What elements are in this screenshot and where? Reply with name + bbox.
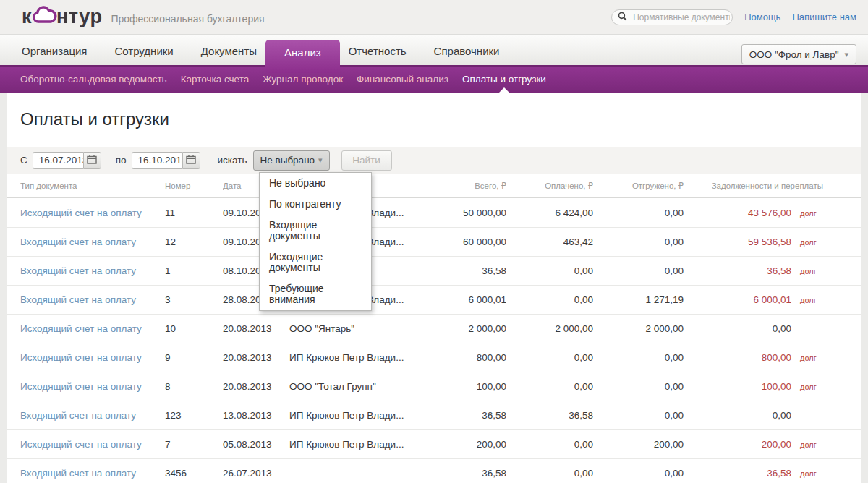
nav-tab-2[interactable]: Документы [201, 35, 257, 65]
debt-badge: долг [791, 267, 823, 275]
date-from-input[interactable] [33, 152, 83, 169]
cell-paid: 0,00 [506, 265, 593, 276]
help-link[interactable]: Помощь [744, 12, 780, 22]
calendar-button[interactable] [182, 152, 200, 169]
cell-number: 3456 [165, 468, 223, 479]
column-header-0: Тип документа [20, 181, 165, 190]
cell-date: 20.08.2013 [223, 352, 289, 363]
table-row: Исходящий счет на оплату920.08.2013ИП Кр… [7, 343, 861, 372]
debt-badge: долг [791, 469, 823, 478]
subnav-item-3[interactable]: Финансовый анализ [357, 67, 448, 93]
nav-tab-0[interactable]: Организация [22, 35, 87, 65]
calendar-icon [186, 154, 196, 167]
document-type-link[interactable]: Входящий счет на оплату [20, 294, 136, 305]
content-area: Оплаты и отгрузки С по [7, 93, 861, 483]
cell-shipped: 0,00 [593, 236, 684, 247]
cell-total: 800,00 [427, 352, 506, 363]
cell-counterparty: ООО "Тотал Групп" [289, 381, 427, 392]
table-body: Исходящий счет на оплату1109.10.2013ИП К… [7, 198, 861, 483]
cell-date: 13.08.2013 [223, 410, 289, 421]
cell-shipped: 0,00 [593, 208, 684, 218]
subnav-item-1[interactable]: Карточка счета [181, 67, 250, 93]
table-row: Входящий счет на оплату12313.08.2013ИП К… [7, 401, 861, 429]
debt-badge: долг [791, 238, 823, 247]
dropdown-option-0[interactable]: Не выбрано [260, 173, 371, 194]
cell-total: 6 000,01 [427, 294, 506, 305]
debt-badge: долг [791, 382, 823, 391]
cell-debt: 36,58долг [684, 468, 848, 479]
contact-us-link[interactable]: Напишите нам [792, 12, 856, 22]
filter-bar: С по [7, 147, 861, 174]
search-mode-dropdown-button[interactable]: Не выбрано ▾ [253, 150, 330, 171]
cell-total: 36,58 [427, 265, 506, 276]
table-header-row: Тип документаНомерДатаВсего, ₽Оплачено, … [7, 174, 861, 198]
debt-value: 36,58 [767, 265, 791, 276]
debt-badge: долг [791, 440, 823, 449]
cell-shipped: 200,00 [593, 439, 684, 450]
subnav-item-4[interactable]: Оплаты и отгрузки [462, 67, 546, 93]
document-type-link[interactable]: Исходящий счет на оплату [20, 439, 142, 450]
dropdown-option-2[interactable]: Входящие документы [260, 215, 371, 247]
cell-number: 1 [165, 265, 223, 276]
cell-number: 9 [165, 352, 223, 363]
cell-paid: 2 000,00 [506, 323, 593, 334]
cell-total: 36,58 [427, 410, 506, 421]
table-row: Исходящий счет на оплату705.08.2013ИП Кр… [7, 429, 861, 458]
cell-total: 2 000,00 [427, 323, 506, 334]
document-type-link[interactable]: Исходящий счет на оплату [20, 208, 142, 218]
debt-value: 36,58 [767, 468, 791, 479]
nav-tab-4[interactable]: Отчетность [349, 35, 407, 65]
caret-down-icon: ▾ [844, 50, 848, 59]
kontur-logo: к нтур [22, 4, 102, 30]
debt-value: 200,00 [762, 439, 791, 450]
cell-date: 20.08.2013 [223, 381, 289, 392]
debt-badge: долг [791, 296, 823, 304]
document-type-link[interactable]: Исходящий счет на оплату [20, 323, 142, 334]
document-type-link[interactable]: Входящий счет на оплату [20, 410, 136, 421]
document-type-link[interactable]: Исходящий счет на оплату [20, 352, 142, 363]
column-header-6: Отгружено, ₽ [593, 181, 684, 191]
cell-shipped: 1 271,19 [593, 294, 684, 305]
document-type-link[interactable]: Входящий счет на оплату [20, 236, 136, 247]
logo-text-prefix: к [22, 6, 32, 28]
caret-down-icon: ▾ [318, 155, 323, 165]
cell-number: 7 [165, 439, 223, 450]
document-type-link[interactable]: Исходящий счет на оплату [20, 381, 142, 392]
cell-number: 10 [165, 323, 223, 334]
cell-counterparty: ООО "Янтарь" [289, 323, 427, 334]
app-window: к нтур Профессиональная бухгалтерия Помо… [0, 0, 868, 483]
find-button[interactable]: Найти [341, 150, 392, 171]
document-type-link[interactable]: Входящий счет на оплату [20, 468, 136, 479]
subnav-item-0[interactable]: Оборотно-сальдовая ведомость [20, 67, 167, 93]
nav-tab-1[interactable]: Сотрудники [114, 35, 173, 65]
cell-total: 36,58 [427, 468, 506, 479]
table-row: Входящий счет на оплату108.10.201336,580… [7, 256, 861, 285]
cell-document-type: Исходящий счет на оплату [20, 439, 165, 450]
date-to-input[interactable] [132, 152, 182, 169]
cell-date: 20.08.2013 [223, 323, 289, 334]
cell-total: 50 000,00 [427, 208, 506, 218]
dropdown-option-1[interactable]: По контрагенту [260, 194, 371, 215]
cell-debt: 100,00долг [684, 381, 848, 392]
cell-document-type: Исходящий счет на оплату [20, 381, 165, 392]
cell-counterparty: ИП Крюков Петр Влади... [289, 439, 427, 450]
dropdown-selected-value: Не выбрано [260, 155, 315, 166]
nav-tab-5[interactable]: Справочники [434, 35, 500, 65]
calendar-button[interactable] [83, 152, 101, 169]
dropdown-option-4[interactable]: Требующие внимания [260, 278, 371, 310]
main-nav: ОрганизацияСотрудникиДокументыАнализОтче… [0, 34, 868, 65]
debt-badge: долг [791, 354, 823, 362]
cell-debt: 800,00долг [684, 352, 848, 363]
normative-docs-search[interactable] [611, 9, 733, 25]
company-selector[interactable]: ООО "Фрол и Лавр" ▾ [741, 44, 856, 64]
sub-nav: Оборотно-сальдовая ведомостьКарточка сче… [0, 65, 868, 93]
dropdown-option-3[interactable]: Исходящие документы [260, 247, 371, 278]
debt-badge: долг [791, 209, 823, 218]
calendar-icon [87, 154, 97, 167]
column-header-5: Оплачено, ₽ [506, 181, 593, 191]
document-type-link[interactable]: Входящий счет на оплату [20, 265, 136, 276]
search-input[interactable] [631, 12, 731, 23]
nav-tab-3[interactable]: Анализ [265, 40, 340, 73]
search-icon [618, 11, 627, 24]
cell-document-type: Входящий счет на оплату [20, 410, 165, 421]
